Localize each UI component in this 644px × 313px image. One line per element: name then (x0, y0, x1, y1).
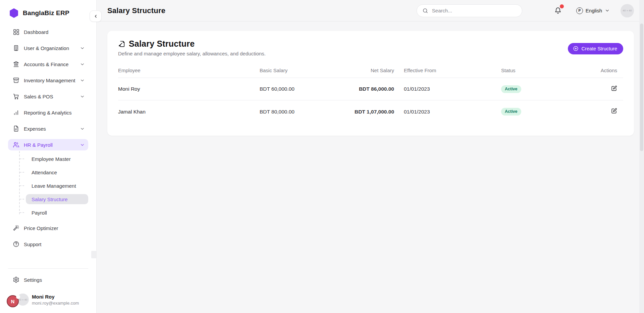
sidebar-item-user-organization[interactable]: User & Organization (8, 42, 88, 54)
language-icon: P (576, 7, 583, 14)
sidebar-footer: Settings 40 × 40 N Moni Roy moni.roy@exa… (0, 268, 96, 313)
sidebar-item-reporting-analytics[interactable]: Reporting & Analytics (8, 107, 88, 118)
sidebar-subitem-label: Employee Master (32, 156, 71, 162)
search-icon (422, 8, 428, 14)
main-area: Salary Structure P English (97, 0, 644, 313)
sidebar-item-expenses[interactable]: Expenses (8, 123, 88, 134)
topbar: Salary Structure P English (97, 0, 644, 21)
sidebar-collapse-button[interactable] (90, 10, 102, 22)
column-header-actions: Actions (596, 68, 623, 73)
chevron-left-icon (93, 14, 98, 19)
help-circle-icon (13, 241, 19, 248)
search-input[interactable] (432, 8, 517, 13)
sidebar-user-card[interactable]: 40 × 40 N Moni Roy moni.roy@example.com (8, 290, 88, 307)
employee-name: Moni Roy (118, 86, 260, 92)
sidebar-item-sales-pos[interactable]: Sales & POS (8, 91, 88, 102)
chevron-down-icon (605, 8, 610, 13)
table-header-row: Employee Basic Salary Net Salary Effecti… (118, 63, 623, 78)
column-header-status: Status (491, 68, 596, 73)
users-icon (13, 141, 19, 148)
sidebar-item-settings[interactable]: Settings (8, 274, 88, 285)
edit-row-button[interactable] (611, 85, 617, 92)
sidebar-item-hr-payroll[interactable]: HR & Payroll (8, 139, 88, 150)
basic-salary: BDT 80,000.00 (260, 109, 327, 115)
cart-icon (13, 93, 19, 100)
effective-from: 01/01/2023 (394, 109, 491, 115)
page-content: Salary Structure Define and manage emplo… (97, 21, 644, 136)
chevron-down-icon (80, 142, 85, 147)
sidebar-subitem-label: Attendance (32, 170, 57, 175)
chevron-down-icon (80, 62, 85, 67)
sidebar-item-label: Inventory Management (24, 78, 75, 83)
sidebar-scrollbar[interactable] (91, 251, 96, 258)
sidebar-subitem-label: Payroll (32, 210, 47, 216)
search-bar[interactable] (417, 4, 522, 17)
page-title: Salary Structure (107, 6, 165, 15)
brand-name: BanglaBiz ERP (23, 9, 69, 17)
topbar-actions: P English 40 × 40 (417, 4, 634, 17)
archive-icon (13, 77, 19, 84)
chevron-down-icon (80, 126, 85, 131)
presence-dot (16, 295, 20, 299)
column-header-basic-salary: Basic Salary (260, 68, 327, 73)
chevron-down-icon (80, 46, 85, 51)
language-label: English (586, 8, 602, 13)
basic-salary: BDT 60,000.00 (260, 86, 327, 92)
sidebar-subitem-label: Salary Structure (32, 196, 68, 202)
bell-icon (554, 7, 561, 14)
notification-dot (560, 4, 564, 8)
edit-pencil-icon (611, 85, 617, 92)
sidebar-subitem-payroll[interactable]: Payroll (26, 208, 88, 218)
employee-name: Jamal Khan (118, 109, 260, 115)
sidebar-subitem-employee-master[interactable]: Employee Master (26, 154, 88, 164)
sidebar: BanglaBiz ERP Dashboard User & Organizat… (0, 0, 97, 313)
sidebar-item-dashboard[interactable]: Dashboard (8, 26, 88, 38)
page-scrollbar[interactable] (639, 0, 644, 313)
sidebar-item-inventory-management[interactable]: Inventory Management (8, 75, 88, 86)
app-root: BanglaBiz ERP Dashboard User & Organizat… (0, 0, 644, 313)
sidebar-subitem-attendance[interactable]: Attendance (26, 167, 88, 177)
language-selector[interactable]: P English (576, 7, 610, 14)
sidebar-item-label: Price Optimizer (24, 225, 58, 231)
net-salary: BDT 1,07,000.00 (327, 109, 394, 115)
sidebar-item-label: Settings (24, 277, 42, 283)
column-header-effective-from: Effective From (394, 68, 491, 73)
hr-payroll-submenu: Employee Master Attendance Leave Managem… (19, 154, 88, 218)
sidebar-nav: Dashboard User & Organization Accounts &… (0, 26, 96, 268)
sidebar-item-label: User & Organization (24, 45, 69, 51)
sidebar-item-label: Reporting & Analytics (24, 110, 72, 116)
sidebar-item-label: Accounts & Finance (24, 61, 68, 67)
sidebar-item-label: Dashboard (24, 29, 48, 35)
sidebar-subitem-salary-structure[interactable]: Salary Structure (26, 194, 88, 204)
status-badge: Active (501, 108, 521, 116)
page-scrollbar-thumb[interactable] (640, 24, 643, 151)
edit-row-button[interactable] (611, 108, 617, 114)
card-description: Define and manage employee salary, allow… (118, 51, 266, 56)
file-signature-icon (118, 40, 125, 48)
user-name: Moni Roy (32, 294, 79, 300)
bank-icon (13, 61, 19, 68)
sidebar-item-label: Expenses (24, 126, 46, 132)
divider (8, 268, 88, 269)
effective-from: 01/01/2023 (394, 86, 491, 92)
sidebar-item-price-optimizer[interactable]: Price Optimizer (8, 222, 88, 234)
document-icon (13, 125, 19, 132)
sidebar-subitem-label: Leave Management (32, 183, 76, 189)
net-salary: BDT 86,000.00 (327, 86, 394, 92)
building-icon (13, 45, 19, 51)
plus-circle-icon (573, 46, 579, 51)
sidebar-item-support[interactable]: Support (8, 238, 88, 250)
profile-avatar[interactable]: 40 × 40 (621, 4, 634, 17)
sidebar-item-label: Sales & POS (24, 94, 53, 99)
column-header-net-salary: Net Salary (327, 68, 394, 73)
chevron-down-icon (80, 78, 85, 83)
table-row: Moni Roy BDT 60,000.00 BDT 86,000.00 01/… (118, 78, 623, 100)
sidebar-item-accounts-finance[interactable]: Accounts & Finance (8, 58, 88, 70)
brand-logo-icon (9, 8, 18, 18)
status-badge: Active (501, 85, 521, 93)
salary-structure-card: Salary Structure Define and manage emplo… (107, 31, 634, 136)
create-structure-button[interactable]: Create Structure (568, 43, 623, 54)
notifications-button[interactable] (554, 7, 561, 14)
bar-chart-icon (13, 109, 19, 116)
sidebar-subitem-leave-management[interactable]: Leave Management (26, 181, 88, 191)
